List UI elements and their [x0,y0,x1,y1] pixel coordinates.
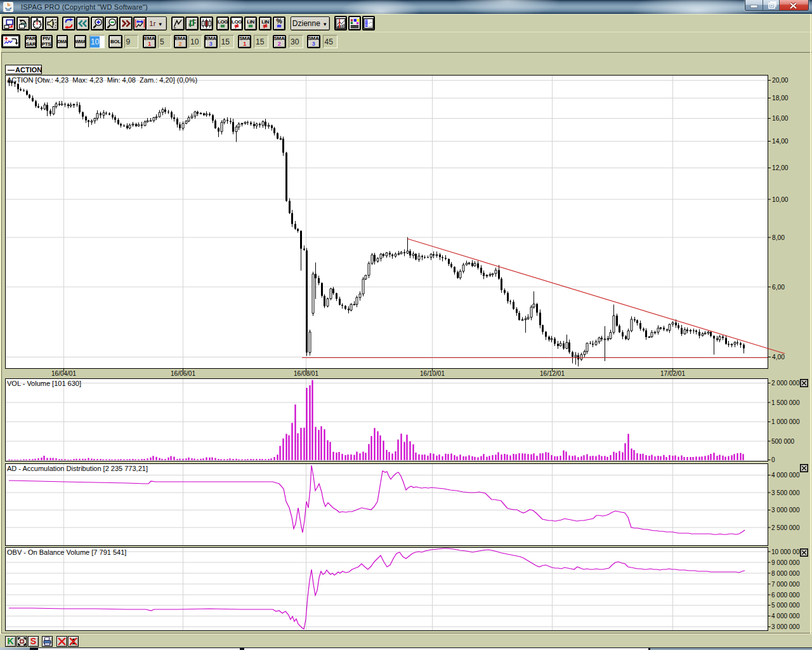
svg-text:1 000 000: 1 000 000 [771,418,800,425]
svg-text:2 500 000: 2 500 000 [771,524,800,531]
svg-text:7 000 000: 7 000 000 [771,581,800,588]
svg-text:8 000 000: 8 000 000 [771,570,800,577]
svg-text:LIN: LIN [261,19,269,25]
svg-text:LOG: LOG [232,19,242,25]
svg-text:4 000 000: 4 000 000 [771,472,800,479]
svg-text:ACTION [Otw.: 4,23 Max: 4,23: ACTION [Otw.: 4,23 Max: 4,23 Min: 4,08 Z… [7,76,197,84]
svg-text:14,00: 14,00 [772,138,789,145]
svg-text:6,00: 6,00 [772,284,785,291]
svg-text:16/12/01: 16/12/01 [540,370,565,377]
svg-text:4,00: 4,00 [772,354,785,361]
svg-text:500 000: 500 000 [771,438,795,445]
svg-text:VOL - Volume [101 630]: VOL - Volume [101 630] [7,380,81,387]
svg-text:LIN: LIN [247,19,255,25]
svg-text:1 500 000: 1 500 000 [771,399,800,406]
svg-text:3 000 000: 3 000 000 [771,623,800,630]
svg-text:5 000 000: 5 000 000 [771,602,800,609]
svg-text:16/08/01: 16/08/01 [294,370,318,377]
svg-text:16/04/01: 16/04/01 [51,370,76,377]
svg-text:LOG: LOG [218,19,228,25]
svg-text:2 000 000: 2 000 000 [771,380,800,387]
svg-text:16/10/01: 16/10/01 [420,370,445,377]
svg-text:17/02/01: 17/02/01 [660,370,685,377]
svg-text:0: 0 [771,456,775,462]
svg-text:18,00: 18,00 [772,95,789,102]
svg-text:20,00: 20,00 [772,77,789,84]
svg-text:3 500 000: 3 500 000 [771,489,800,496]
svg-text:16,00: 16,00 [772,115,789,122]
svg-text:AD - Accumulation Distribution: AD - Accumulation Distribution [2 235 77… [7,465,148,472]
svg-text:6 000 000: 6 000 000 [771,592,800,599]
svg-text:10 000 000: 10 000 000 [771,548,803,555]
svg-text:9 000 000: 9 000 000 [771,559,800,566]
svg-text:10,00: 10,00 [772,196,789,203]
svg-text:4 000 000: 4 000 000 [771,613,800,620]
svg-text:16/06/01: 16/06/01 [171,370,195,377]
svg-text:12,00: 12,00 [772,164,789,171]
svg-text:OBV - On Balance Volume [7 791: OBV - On Balance Volume [7 791 541] [7,548,126,556]
svg-text:%: % [276,18,282,25]
svg-text:8,00: 8,00 [772,234,785,241]
svg-text:3 000 000: 3 000 000 [771,507,800,514]
